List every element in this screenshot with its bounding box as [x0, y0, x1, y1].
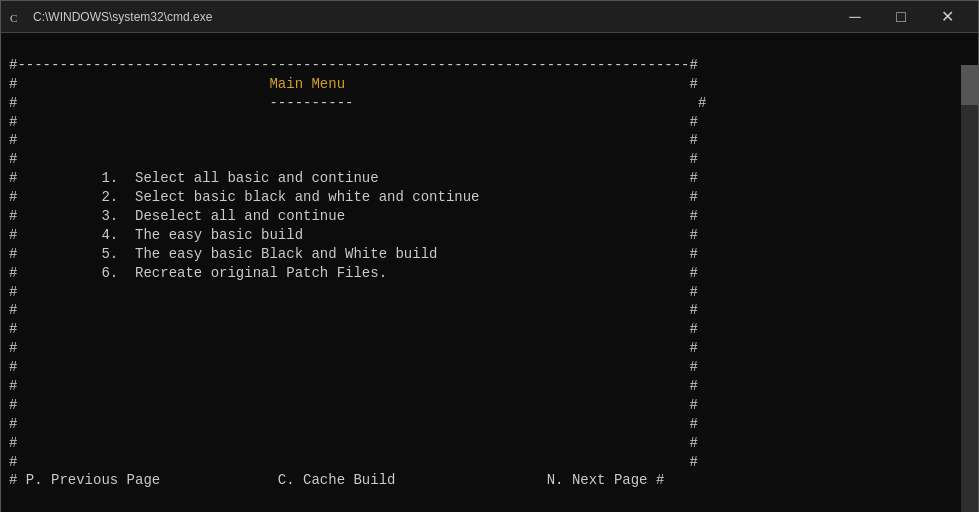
cmd-icon: C	[9, 9, 25, 25]
minimize-button[interactable]: ─	[832, 1, 878, 33]
scrollbar-thumb	[961, 65, 978, 105]
maximize-button[interactable]: □	[878, 1, 924, 33]
close-button[interactable]: ✕	[924, 1, 970, 33]
scrollbar[interactable]	[961, 65, 978, 512]
titlebar: C C:\WINDOWS\system32\cmd.exe ─ □ ✕	[1, 1, 978, 33]
svg-text:C: C	[10, 12, 17, 24]
window-controls: ─ □ ✕	[832, 1, 970, 33]
window-title: C:\WINDOWS\system32\cmd.exe	[33, 10, 832, 24]
terminal-output: #---------------------------------------…	[1, 33, 978, 512]
cmd-window: C C:\WINDOWS\system32\cmd.exe ─ □ ✕ #---…	[0, 0, 979, 512]
